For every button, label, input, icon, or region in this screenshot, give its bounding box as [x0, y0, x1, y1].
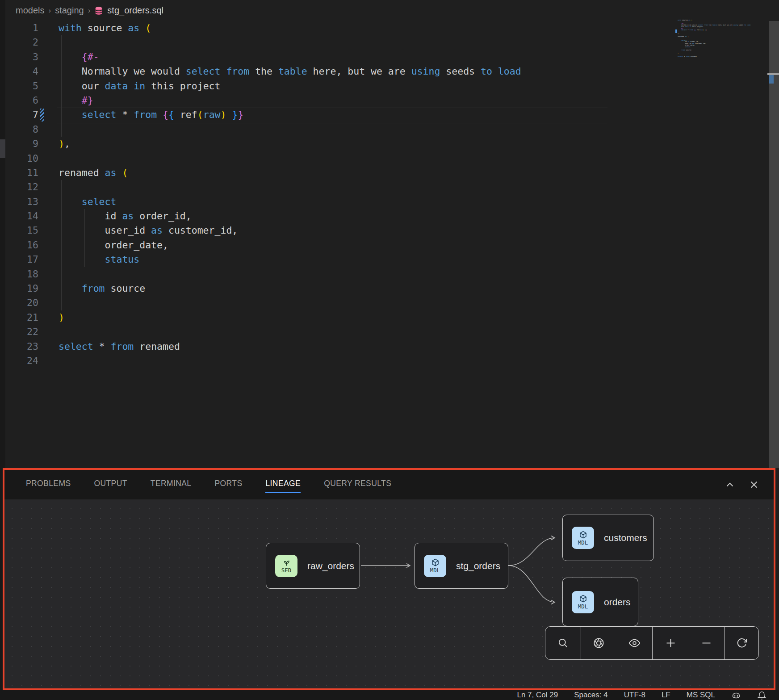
- code-line[interactable]: 13 select: [0, 195, 779, 209]
- code-line[interactable]: 12: [0, 180, 779, 194]
- maximize-panel-button[interactable]: [724, 478, 736, 491]
- code-line[interactable]: 14 id as order_id,: [0, 209, 779, 223]
- code-line[interactable]: 3 {#-: [0, 50, 779, 64]
- code-line[interactable]: 6 #}: [0, 93, 779, 108]
- code-line[interactable]: 9),: [0, 137, 779, 151]
- line-number[interactable]: 3: [0, 50, 38, 64]
- code-line[interactable]: 20: [0, 296, 779, 310]
- breadcrumb: models › staging › stg_orders.sql: [16, 0, 163, 21]
- breadcrumb-staging[interactable]: staging: [55, 5, 84, 16]
- line-number[interactable]: 9: [0, 137, 38, 151]
- code-line[interactable]: 4 Normally we would select from the tabl…: [0, 64, 779, 79]
- tab-problems[interactable]: PROBLEMS: [26, 476, 71, 493]
- line-number[interactable]: 10: [0, 151, 38, 166]
- line-number[interactable]: 4: [0, 64, 38, 79]
- seed-badge: SED: [275, 555, 297, 577]
- eol-setting[interactable]: LF: [662, 690, 670, 700]
- line-number[interactable]: 24: [0, 354, 38, 368]
- encoding-setting[interactable]: UTF-8: [624, 690, 645, 700]
- notifications-button[interactable]: [757, 691, 766, 700]
- code-line[interactable]: 24: [0, 354, 779, 368]
- line-number[interactable]: 7: [0, 108, 38, 122]
- line-number[interactable]: 6: [0, 93, 38, 108]
- code-text: user_id as customer_id,: [59, 223, 238, 238]
- code-line[interactable]: 23select * from renamed: [0, 340, 779, 354]
- close-panel-button[interactable]: [748, 478, 760, 491]
- tab-ports[interactable]: PORTS: [214, 476, 242, 493]
- line-number[interactable]: 22: [0, 325, 38, 339]
- code-line[interactable]: 18: [0, 267, 779, 281]
- copilot-icon: [731, 690, 741, 700]
- search-button[interactable]: [556, 636, 571, 651]
- line-number[interactable]: 13: [0, 195, 38, 209]
- code-editor[interactable]: 1with source as (23 {#-4 Normally we wou…: [0, 21, 779, 368]
- line-number[interactable]: 14: [0, 209, 38, 223]
- line-number[interactable]: 1: [0, 21, 38, 35]
- node-label: customers: [604, 532, 647, 543]
- language-mode[interactable]: MS SQL: [687, 690, 715, 700]
- lineage-node-orders[interactable]: MDL orders: [562, 578, 638, 626]
- tab-output[interactable]: OUTPUT: [94, 476, 127, 493]
- line-number[interactable]: 2: [0, 35, 38, 50]
- code-text: our data in this project: [59, 79, 220, 93]
- refresh-button[interactable]: [734, 636, 750, 651]
- code-line[interactable]: 10: [0, 151, 779, 166]
- tab-lineage[interactable]: LINEAGE: [265, 476, 301, 493]
- code-line[interactable]: 21): [0, 310, 779, 325]
- line-number[interactable]: 23: [0, 340, 38, 354]
- minimap-line: [678, 58, 758, 60]
- code-line[interactable]: 1with source as (: [0, 21, 779, 35]
- code-line[interactable]: 17 status: [0, 252, 779, 267]
- line-number[interactable]: 20: [0, 296, 38, 310]
- code-text: from source: [59, 281, 145, 296]
- aperture-button[interactable]: [591, 636, 607, 651]
- indentation-setting[interactable]: Spaces: 4: [574, 690, 608, 700]
- database-icon: [94, 6, 103, 15]
- line-number[interactable]: 19: [0, 281, 38, 296]
- overview-ruler-modified-marker: [769, 75, 774, 84]
- lineage-node-raw-orders[interactable]: SED raw_orders: [266, 543, 360, 589]
- line-number[interactable]: 5: [0, 79, 38, 93]
- code-line[interactable]: 22: [0, 325, 779, 339]
- code-line[interactable]: 8: [0, 122, 779, 137]
- line-number[interactable]: 18: [0, 267, 38, 281]
- tab-terminal[interactable]: TERMINAL: [151, 476, 192, 493]
- code-line[interactable]: 2: [0, 35, 779, 50]
- breadcrumb-models[interactable]: models: [16, 5, 44, 16]
- model-badge: MDL: [424, 555, 446, 577]
- panel-tab-bar: PROBLEMS OUTPUT TERMINAL PORTS LINEAGE Q…: [4, 470, 774, 499]
- code-text: {#-: [59, 50, 99, 64]
- lineage-edges: [4, 499, 774, 689]
- zoom-in-button[interactable]: [663, 636, 678, 651]
- line-number[interactable]: 17: [0, 252, 38, 267]
- code-line[interactable]: 11renamed as (: [0, 166, 779, 180]
- lineage-node-stg-orders[interactable]: MDL stg_orders: [415, 543, 508, 589]
- code-line[interactable]: 7 select * from {{ ref(raw) }}: [0, 108, 779, 122]
- lineage-toolbar: [545, 626, 759, 660]
- cursor-position[interactable]: Ln 7, Col 29: [517, 690, 558, 700]
- copilot-button[interactable]: [731, 690, 741, 700]
- line-number[interactable]: 12: [0, 180, 38, 194]
- cube-icon: [578, 530, 588, 540]
- line-number[interactable]: 11: [0, 166, 38, 180]
- visibility-button[interactable]: [627, 636, 642, 651]
- code-line[interactable]: 15 user_id as customer_id,: [0, 223, 779, 238]
- minimap[interactable]: with source as ( {#- Normally we would s…: [678, 20, 758, 59]
- zoom-out-button[interactable]: [699, 636, 714, 651]
- line-number[interactable]: 21: [0, 310, 38, 325]
- code-line[interactable]: 16 order_date,: [0, 238, 779, 252]
- minimap-modified-marker: [675, 29, 677, 33]
- lineage-canvas[interactable]: SED raw_orders MDL stg_orders MDL custom…: [4, 499, 774, 689]
- line-number[interactable]: 16: [0, 238, 38, 252]
- lineage-node-customers[interactable]: MDL customers: [562, 515, 654, 561]
- breadcrumb-filename[interactable]: stg_orders.sql: [107, 5, 163, 16]
- line-number[interactable]: 8: [0, 122, 38, 137]
- line-number[interactable]: 15: [0, 223, 38, 238]
- vscode-window: models › staging › stg_orders.sql 1with …: [0, 0, 779, 700]
- code-line[interactable]: 5 our data in this project: [0, 79, 779, 93]
- editor-scrollbar[interactable]: [769, 21, 779, 468]
- code-text: select * from {{ ref(raw) }}: [59, 108, 243, 122]
- tab-query-results[interactable]: QUERY RESULTS: [324, 476, 391, 493]
- panel-actions: [724, 478, 774, 491]
- code-line[interactable]: 19 from source: [0, 281, 779, 296]
